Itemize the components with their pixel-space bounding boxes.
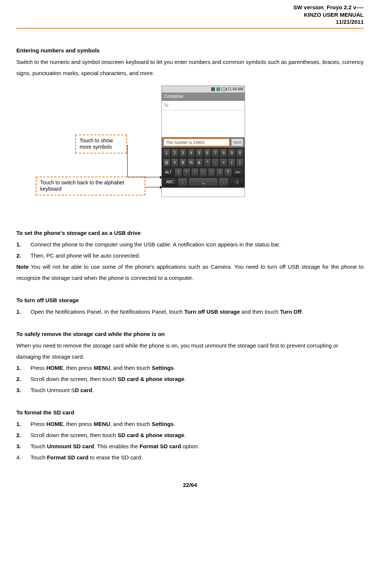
key[interactable]: '	[191, 168, 199, 177]
arrow	[127, 145, 128, 177]
turnoff-steps: 1. Open the Notifications Panel. In the …	[16, 306, 364, 317]
phone-screenshot: 11:44 AM Compose To The number is 13453 …	[161, 85, 245, 197]
figure: Touch to show more symbols Touch to swit…	[16, 85, 364, 204]
list-item: 3. Touch Unmount SD card.	[16, 385, 364, 396]
status-time: 11:44 AM	[228, 87, 243, 91]
list-item: 1. Press HOME, then press MENU, and then…	[16, 362, 364, 374]
page-number: 22/64	[16, 482, 364, 488]
key[interactable]: 0	[236, 149, 244, 158]
header-rule	[16, 28, 364, 29]
list-item: 2.Then, PC and phone will be auto connec…	[16, 250, 364, 261]
key[interactable]: #	[171, 158, 178, 167]
key[interactable]: *	[204, 158, 211, 167]
key-delete[interactable]: DEL	[233, 168, 244, 177]
key[interactable]: 9	[228, 149, 235, 158]
page: SW version_Froyo 2.2 v---- KINZO USER ME…	[0, 0, 380, 499]
arrow	[127, 177, 161, 177]
battery-icon	[222, 88, 226, 91]
key[interactable]: )	[236, 158, 244, 167]
keyboard-row-1: 1 2 3 4 5 6 7 8 9 0	[163, 149, 244, 158]
key[interactable]: !	[174, 168, 182, 177]
safelyremove-steps: 1. Press HOME, then press MENU, and then…	[16, 362, 364, 396]
section-format-title: To format the SD card	[16, 409, 364, 416]
message-input[interactable]: The number is 13453	[163, 138, 230, 146]
callout-more-symbols: Touch to show more symbols	[75, 135, 127, 154]
key[interactable]: %	[187, 158, 195, 167]
header: SW version_Froyo 2.2 v---- KINZO USER ME…	[16, 4, 364, 26]
key[interactable]: ?	[224, 168, 232, 177]
section-entering-title: Entering numbers and symbols	[16, 47, 364, 54]
key[interactable]: 6	[204, 149, 211, 158]
key[interactable]: 5	[196, 149, 203, 158]
section-entering-body: Switch to the numeric and symbol onscree…	[16, 56, 364, 79]
app-title: Compose	[162, 93, 245, 101]
format-steps: 1. Press HOME, then press MENU, and then…	[16, 419, 364, 463]
key[interactable]: 8	[220, 149, 227, 158]
key[interactable]: (	[228, 158, 235, 167]
list-item: 1. Press HOME, then press MENU, and then…	[16, 419, 364, 430]
send-button[interactable]: Send	[231, 139, 243, 146]
list-item: 4. Touch Format SD card to erase the SD …	[16, 452, 364, 463]
key-alt[interactable]: ALT	[163, 168, 174, 177]
header-line-3: 11/21/2011	[16, 18, 364, 26]
usb-steps: 1.Connect the phone to the computer usin…	[16, 239, 364, 261]
key[interactable]: $	[179, 158, 187, 167]
signal-icon	[211, 87, 215, 91]
key[interactable]: &	[196, 158, 203, 167]
key-space[interactable]: ␣	[189, 178, 218, 187]
key-smiley[interactable]: :-)	[229, 178, 244, 187]
list-item: 3. Touch Unmount SD card. This enables t…	[16, 441, 364, 452]
section-usb-title: To set the phone's storage card as a USB…	[16, 230, 364, 236]
key[interactable]: ;	[208, 168, 215, 177]
header-line-1: SW version_Froyo 2.2 v----	[16, 4, 364, 11]
list-item: 1.Connect the phone to the computer usin…	[16, 239, 364, 250]
list-item: 1. Open the Notifications Panel. In the …	[16, 306, 364, 317]
callout-switch-abc: Touch to switch back to the alphabet key…	[36, 177, 145, 196]
keyboard-row-3: ALT ! " ' : ; / ? DEL	[163, 168, 244, 177]
key[interactable]: "	[183, 168, 190, 177]
list-item: 2. Scroll down the screen, then touch SD…	[16, 430, 364, 441]
key[interactable]: .	[219, 178, 228, 187]
key[interactable]: /	[216, 168, 223, 177]
status-bar: 11:44 AM	[162, 86, 245, 93]
key[interactable]: @	[163, 158, 170, 167]
keyboard-row-2: @ # $ % & * - + ( )	[163, 158, 244, 167]
key[interactable]: 7	[212, 149, 219, 158]
wifi-icon	[216, 87, 220, 91]
to-field[interactable]: To	[162, 101, 245, 110]
key[interactable]: 3	[179, 149, 187, 158]
key-abc[interactable]: ABC	[163, 178, 177, 187]
arrow	[145, 187, 161, 187]
key[interactable]: :	[199, 168, 207, 177]
message-body-area[interactable]	[162, 110, 245, 137]
section-turnoff-title: To turn off USB storage	[16, 297, 364, 303]
key[interactable]: 1	[163, 149, 170, 158]
input-row: The number is 13453 Send	[162, 137, 245, 148]
key[interactable]: -	[212, 158, 219, 167]
section-safelyremove-intro: When you need to remove the storage card…	[16, 340, 364, 362]
keyboard: 1 2 3 4 5 6 7 8 9 0 @ # $ % & *	[162, 148, 245, 188]
key[interactable]: +	[220, 158, 227, 167]
keyboard-row-4: ABC , ␣ . :-)	[163, 178, 244, 187]
header-line-2: KINZO USER MENUAL	[16, 11, 364, 19]
key[interactable]: 2	[171, 149, 178, 158]
list-item: 2. Scroll down the screen, then touch SD…	[16, 374, 364, 385]
key[interactable]: 4	[187, 149, 195, 158]
usb-note: Note You will not be able to use some of…	[16, 261, 364, 284]
key[interactable]: ,	[178, 178, 187, 187]
section-safelyremove-title: To safely remove the storage card while …	[16, 331, 364, 337]
